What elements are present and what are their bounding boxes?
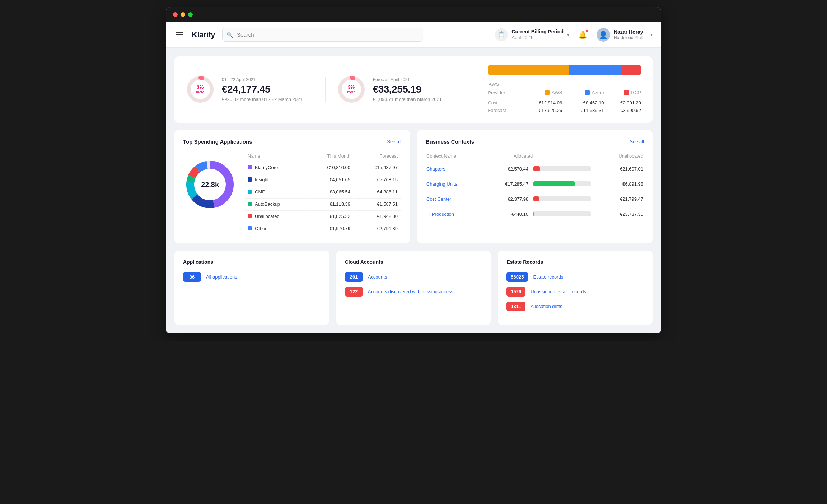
context-name-link[interactable]: Chapters <box>426 166 445 172</box>
provider-col-header: AWS <box>489 81 640 89</box>
context-allocated-cell: €17,285.47 <box>483 177 533 191</box>
applications-title: Applications <box>183 259 321 265</box>
context-row: Charging Units €17,285.47 €6,891.98 <box>426 177 643 191</box>
app-badge: 36 <box>183 272 201 282</box>
divider-1 <box>325 77 326 102</box>
spending-row: KlarityCore €10,810.00 €15,437.97 <box>245 162 401 173</box>
alloc-bar-wrap <box>533 196 591 201</box>
top-spending-title: Top Spending Applications <box>183 139 252 145</box>
maximize-button[interactable] <box>188 12 193 17</box>
estate-label[interactable]: Estate records <box>533 274 563 280</box>
app-name-cell: Insight <box>245 174 306 185</box>
spending-row: Other €1,970.79 €2,791.89 <box>245 223 401 234</box>
cloud-accounts-title: Cloud Accounts <box>345 259 482 265</box>
estate-record-item: 56025 Estate records <box>506 272 644 282</box>
avatar: 👤 <box>597 28 610 42</box>
search-input[interactable] <box>222 28 423 42</box>
business-contexts-title: Business Contexts <box>426 139 474 145</box>
aws-bar <box>488 65 569 75</box>
context-name-link[interactable]: IT Production <box>426 211 454 217</box>
estate-badge: 56025 <box>506 272 528 282</box>
spending-row: CMP €3,065.54 €4,386.11 <box>245 186 401 197</box>
aws-dot <box>545 90 550 95</box>
context-col-allocated: Allocated <box>483 151 533 161</box>
billing-icon: 📋 <box>495 28 508 41</box>
estate-record-item: 1311 Allocation drifts <box>506 302 644 311</box>
close-button[interactable] <box>173 12 178 17</box>
user-chevron-icon: ▾ <box>650 32 653 37</box>
app-color-dot <box>248 177 252 182</box>
app-name-label: CMP <box>255 189 265 195</box>
current-diff: €926.82 more than 01 - 22 March 2021 <box>222 97 314 102</box>
app-month-cell: €4,051.65 <box>307 174 353 185</box>
divider-2 <box>476 77 476 102</box>
app-month-cell: €1,825.32 <box>307 210 353 222</box>
estate-label[interactable]: Unassigned estate records <box>531 289 586 294</box>
notification-button[interactable]: 🔔 <box>576 28 589 41</box>
context-allocated-cell: €2,570.44 <box>483 162 533 176</box>
azure-bar <box>569 65 622 75</box>
forecast-block: 3% more Forecast April 2021 €33,255.19 €… <box>337 75 465 104</box>
gcp-bar <box>622 65 641 75</box>
context-col-unallocated: Unallocated <box>599 151 643 161</box>
app-name-cell: Unallocated <box>245 210 306 222</box>
app-name-cell: Other <box>245 223 306 234</box>
app-color-dot <box>248 190 252 194</box>
business-contexts-see-all[interactable]: See all <box>630 139 644 144</box>
billing-period[interactable]: 📋 Current Billing Period April 2021 ▾ <box>495 28 569 41</box>
top-spending-see-all[interactable]: See all <box>387 139 401 144</box>
app-name-label: Other <box>255 226 267 231</box>
middle-row: Top Spending Applications See all <box>174 130 653 243</box>
provider-table: AWS <box>488 81 641 90</box>
title-bar <box>166 7 661 22</box>
minimize-button[interactable] <box>181 12 185 17</box>
search-icon: 🔍 <box>226 32 233 38</box>
context-name-link[interactable]: Cost Center <box>426 196 451 202</box>
app-forecast-cell: €1,587.51 <box>354 198 401 210</box>
menu-icon[interactable] <box>174 31 184 39</box>
app-label[interactable]: All applications <box>206 274 237 280</box>
estate-label[interactable]: Allocation drifts <box>531 304 562 309</box>
row-cost-label: Cost <box>488 99 520 107</box>
current-period: 01 - 22 April 2021 <box>222 77 314 82</box>
spending-col-name: Name <box>245 151 306 161</box>
context-row: Cost Center €2,377.98 €21,799.47 <box>426 192 643 206</box>
applications-card: Applications 36 All applications <box>174 251 329 325</box>
app-name-label: Insight <box>255 177 268 182</box>
context-name-cell: Chapters <box>426 162 482 176</box>
billing-title: Current Billing Period <box>511 29 564 35</box>
current-donut: 3% more <box>186 75 215 104</box>
col-gcp-header: GCP <box>604 90 641 99</box>
context-allocated-cell: €440.10 <box>483 207 533 221</box>
chevron-down-icon: ▾ <box>567 32 569 37</box>
user-name: Nazar Horay <box>614 29 647 35</box>
context-row: IT Production €440.10 €23,737.35 <box>426 207 643 221</box>
forecast-diff: €1,093.71 more than March 2021 <box>373 97 465 102</box>
nav-right: 📋 Current Billing Period April 2021 ▾ 🔔 … <box>495 28 653 42</box>
estate-record-item: 1526 Unassigned estate records <box>506 287 644 297</box>
cloud-label[interactable]: Accounts <box>368 274 387 280</box>
context-unallocated-cell: €21,607.01 <box>599 162 643 176</box>
current-stat-details: 01 - 22 April 2021 €24,177.45 €926.82 mo… <box>222 77 314 102</box>
stats-card: 3% more 01 - 22 April 2021 €24,177.45 €9… <box>174 56 653 123</box>
cloud-badge: 201 <box>345 272 363 282</box>
app-name-cell: KlarityCore <box>245 162 306 173</box>
app-month-cell: €10,810.00 <box>307 162 353 173</box>
context-name-cell: IT Production <box>426 207 482 221</box>
context-table: Context Name Allocated Unallocated Chapt… <box>426 150 644 222</box>
context-name-link[interactable]: Charging Units <box>426 181 457 187</box>
user-profile[interactable]: 👤 Nazar Horay Nordcloud Platf... ▾ <box>597 28 653 42</box>
context-bar-cell <box>533 177 598 191</box>
azure-forecast: €11,639.31 <box>562 107 604 114</box>
context-bar-cell <box>533 207 598 221</box>
azure-cost: €8,462.10 <box>562 99 604 107</box>
app-forecast-cell: €1,942.80 <box>354 210 401 222</box>
applications-items: 36 All applications <box>183 272 321 282</box>
context-col-name: Context Name <box>426 151 482 161</box>
gcp-cost: €2,901.29 <box>604 99 641 107</box>
cloud-badge: 122 <box>345 287 363 297</box>
app-month-cell: €1,113.39 <box>307 198 353 210</box>
app-month-cell: €1,970.79 <box>307 223 353 234</box>
col-aws-header: AWS <box>520 90 562 99</box>
cloud-label[interactable]: Accounts discovered with missing access <box>368 289 453 294</box>
